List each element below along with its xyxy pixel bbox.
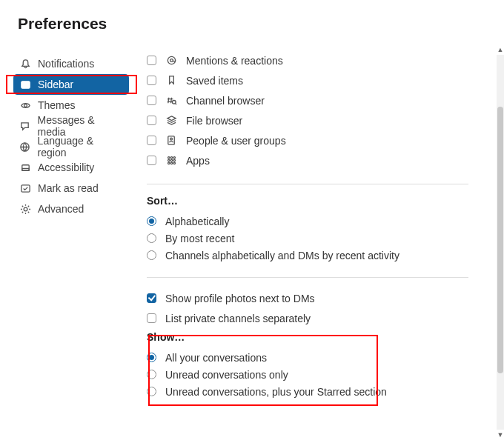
dialog-title: Preferences xyxy=(18,15,107,33)
nav-item-accessibility[interactable]: Accessibility xyxy=(13,157,129,178)
radio-label: Alphabetically xyxy=(165,216,229,227)
svg-point-16 xyxy=(168,159,169,161)
show-item-apps[interactable]: Apps xyxy=(147,150,468,170)
globe-icon xyxy=(19,141,31,153)
toggle-profile-photos[interactable]: Show profile photos next to DMs xyxy=(147,288,468,308)
nav-item-mark-as-read[interactable]: Mark as read xyxy=(13,178,129,199)
nav-item-advanced[interactable]: Advanced xyxy=(13,199,129,219)
show-item-mentions[interactable]: Mentions & reactions xyxy=(147,50,468,70)
scroll-track[interactable] xyxy=(497,55,504,430)
nav-item-messages-media[interactable]: Messages & media xyxy=(13,116,129,136)
svg-rect-5 xyxy=(21,168,28,170)
radio-label: Channels alphabetically and DMs by recen… xyxy=(165,250,399,261)
svg-rect-6 xyxy=(21,184,29,191)
scroll-up-icon[interactable]: ▲ xyxy=(497,44,504,55)
show-heading: Show… xyxy=(147,331,468,343)
sort-option-recent[interactable]: By most recent xyxy=(147,230,468,247)
radio-unselected[interactable] xyxy=(147,370,156,379)
show-item-channel-browser[interactable]: Channel browser xyxy=(147,90,468,110)
svg-point-14 xyxy=(170,157,172,159)
hash-search-icon xyxy=(165,95,177,107)
svg-point-21 xyxy=(173,162,175,164)
nav-label: Language & region xyxy=(38,135,123,159)
nav-label: Accessibility xyxy=(38,161,94,173)
show-option-unread-starred[interactable]: Unread conversations, plus your Starred … xyxy=(147,383,468,400)
bookmark-icon xyxy=(165,75,177,87)
divider xyxy=(147,184,468,184)
radio-unselected[interactable] xyxy=(147,387,156,396)
checkbox-checked[interactable] xyxy=(147,293,156,303)
checkbox-unchecked[interactable] xyxy=(147,156,156,165)
nav-label: Mark as read xyxy=(38,182,99,194)
checkbox-unchecked[interactable] xyxy=(147,136,156,145)
svg-point-17 xyxy=(170,159,172,161)
radio-unselected[interactable] xyxy=(147,250,156,260)
bell-icon xyxy=(19,58,31,70)
sort-heading: Sort… xyxy=(147,195,468,207)
close-button[interactable] xyxy=(465,15,483,33)
show-option-all[interactable]: All your conversations xyxy=(147,349,468,366)
checkbox-unchecked[interactable] xyxy=(147,76,156,85)
nav-label: Notifications xyxy=(38,58,94,70)
dialog-body: Notifications Sidebar Themes Messages & … xyxy=(0,46,504,440)
svg-point-7 xyxy=(24,207,27,211)
checkbox-unchecked[interactable] xyxy=(147,56,156,65)
show-item-label: Apps xyxy=(186,155,210,167)
show-option-unread[interactable]: Unread conversations only xyxy=(147,366,468,383)
people-icon xyxy=(165,135,177,147)
dialog-header: Preferences xyxy=(0,0,504,46)
radio-selected[interactable] xyxy=(147,216,156,226)
checkbox-unchecked[interactable] xyxy=(147,313,156,323)
radio-label: Unread conversations only xyxy=(165,369,288,381)
nav-label: Themes xyxy=(38,99,76,111)
svg-point-15 xyxy=(173,157,175,159)
checkbox-unchecked[interactable] xyxy=(147,96,156,105)
grid-icon xyxy=(165,155,177,167)
toggle-label: Show profile photos next to DMs xyxy=(165,293,315,304)
scrollbar[interactable]: ▲ ▼ xyxy=(497,44,504,440)
radio-unselected[interactable] xyxy=(147,233,156,243)
show-item-file-browser[interactable]: File browser xyxy=(147,110,468,130)
radio-label: All your conversations xyxy=(165,352,267,364)
radio-label: Unread conversations, plus your Starred … xyxy=(165,386,387,398)
show-item-people[interactable]: People & user groups xyxy=(147,130,468,150)
svg-point-8 xyxy=(168,56,175,64)
svg-rect-0 xyxy=(21,81,29,87)
checkbox-unchecked[interactable] xyxy=(147,116,156,125)
scroll-down-icon[interactable]: ▼ xyxy=(497,430,504,440)
nav-item-language-region[interactable]: Language & region xyxy=(13,136,129,157)
nav-item-sidebar[interactable]: Sidebar xyxy=(13,74,129,95)
show-item-label: Saved items xyxy=(186,75,243,87)
sidebar-icon xyxy=(19,79,31,90)
gear-icon xyxy=(19,203,31,215)
nav-item-themes[interactable]: Themes xyxy=(13,95,129,116)
toggle-label: List private channels separately xyxy=(165,313,311,324)
nav-item-notifications[interactable]: Notifications xyxy=(13,53,129,74)
chat-icon xyxy=(19,120,31,132)
svg-point-20 xyxy=(170,162,172,164)
layers-icon xyxy=(165,115,177,127)
svg-point-18 xyxy=(173,159,175,161)
svg-rect-4 xyxy=(21,164,28,170)
radio-selected[interactable] xyxy=(147,353,156,362)
show-item-label: Channel browser xyxy=(186,95,265,107)
scroll-thumb[interactable] xyxy=(497,107,503,373)
show-item-label: People & user groups xyxy=(186,135,286,147)
check-icon xyxy=(19,182,31,194)
svg-point-13 xyxy=(168,157,169,159)
toggle-private-channels[interactable]: List private channels separately xyxy=(147,308,468,328)
divider xyxy=(147,277,468,278)
nav-label: Advanced xyxy=(38,203,84,215)
show-item-saved[interactable]: Saved items xyxy=(147,70,468,90)
sort-option-channels-dms[interactable]: Channels alphabetically and DMs by recen… xyxy=(147,247,468,264)
eye-icon xyxy=(19,99,31,111)
preferences-content: Mentions & reactions Saved items Channel… xyxy=(142,46,504,440)
nav-label: Sidebar xyxy=(38,79,73,90)
accessibility-icon xyxy=(19,161,31,173)
sort-option-alphabetically[interactable]: Alphabetically xyxy=(147,213,468,230)
preferences-nav: Notifications Sidebar Themes Messages & … xyxy=(0,46,142,440)
show-item-label: Mentions & reactions xyxy=(186,55,283,67)
at-icon xyxy=(165,55,177,67)
show-item-label: File browser xyxy=(186,115,242,127)
svg-point-2 xyxy=(24,104,27,107)
